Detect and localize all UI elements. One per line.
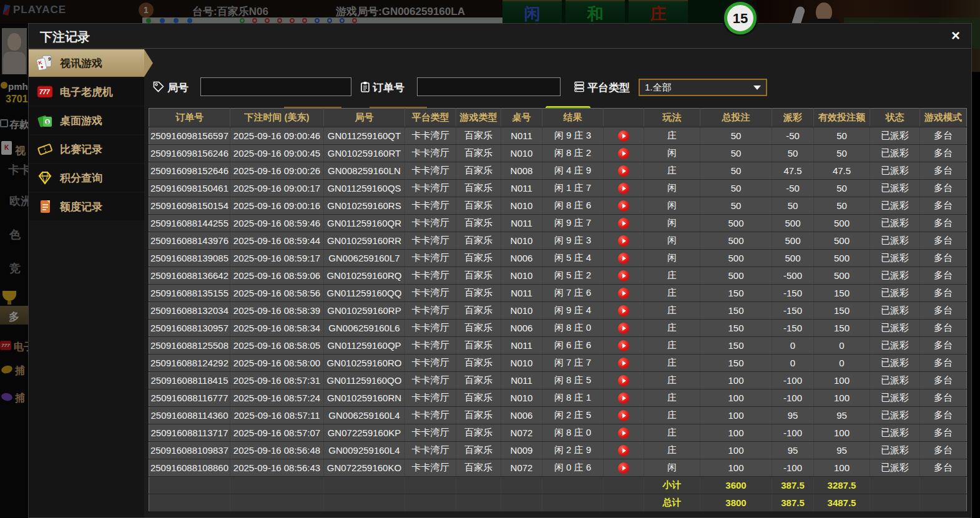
replay-icon[interactable] bbox=[618, 340, 629, 351]
table-cell: 闲 8 庄 6 bbox=[542, 197, 604, 215]
replay-icon[interactable] bbox=[618, 393, 629, 404]
playing-cards-icon: 9 K ♥ bbox=[36, 55, 54, 71]
column-header bbox=[604, 109, 644, 127]
table-cell: N008 bbox=[501, 162, 542, 180]
sidebar-item-quota-records[interactable]: 额度记录 bbox=[29, 193, 144, 220]
table-cell: GN011259160QQ bbox=[324, 285, 405, 302]
table-row: 2509160881351552025-09-16 08:58:56GN0112… bbox=[149, 285, 967, 302]
total-cell: 3600 bbox=[700, 477, 772, 494]
replay-icon[interactable] bbox=[618, 235, 629, 247]
column-header: 派彩 bbox=[772, 109, 814, 127]
replay-icon[interactable] bbox=[618, 183, 629, 194]
table-cell: GN011259160QR bbox=[324, 215, 405, 232]
order-number-input[interactable] bbox=[417, 77, 561, 96]
table-row: 2509160881439762025-09-16 08:59:44GN0102… bbox=[149, 232, 967, 250]
table-cell: 百家乐 bbox=[456, 354, 501, 372]
round-number-input[interactable] bbox=[200, 77, 351, 96]
sidebar-item-label: 视讯游戏 bbox=[60, 56, 102, 71]
table-row: 2509160881137172025-09-16 08:57:07GN0722… bbox=[149, 424, 967, 442]
replay-icon[interactable] bbox=[618, 462, 629, 474]
replay-icon[interactable] bbox=[618, 130, 629, 142]
table-cell: 庄 bbox=[644, 127, 700, 145]
table-cell: 250916088135155 bbox=[149, 285, 230, 302]
table-cell: 百家乐 bbox=[456, 197, 501, 215]
table-cell: 已派彩 bbox=[870, 372, 920, 389]
table-cell: 卡卡湾厅 bbox=[405, 267, 456, 285]
replay-icon[interactable] bbox=[618, 375, 629, 386]
table-cell: GN006259160L4 bbox=[324, 407, 405, 424]
table-cell: 150 bbox=[700, 354, 772, 372]
sidebar-item-match-records[interactable]: 比赛记录 bbox=[29, 135, 144, 163]
table-cell: 闲 9 庄 3 bbox=[542, 232, 604, 250]
replay-icon[interactable] bbox=[618, 410, 629, 421]
table-cell: 150 bbox=[814, 320, 870, 337]
replay-icon[interactable] bbox=[618, 323, 629, 334]
table-cell: 卡卡湾厅 bbox=[405, 285, 456, 302]
replay-icon[interactable] bbox=[618, 165, 629, 177]
replay-cell bbox=[604, 180, 644, 197]
table-cell: 已派彩 bbox=[870, 127, 920, 145]
table-cell: 100 bbox=[814, 459, 870, 477]
table-row: 2509160981562462025-09-16 09:00:45GN0102… bbox=[149, 145, 967, 162]
table-cell: 已派彩 bbox=[870, 407, 920, 424]
table-row: 2509160881320342025-09-16 08:58:39GN0102… bbox=[149, 302, 967, 320]
replay-icon[interactable] bbox=[618, 270, 629, 281]
sidebar-item-slots[interactable]: 777 电子老虎机 bbox=[29, 78, 144, 105]
total-cell: 3487.5 bbox=[814, 494, 870, 512]
replay-icon[interactable] bbox=[618, 305, 629, 316]
table-cell: 100 bbox=[700, 372, 772, 389]
replay-icon[interactable] bbox=[618, 288, 629, 299]
platform-type-select[interactable]: 1.全部 bbox=[639, 79, 767, 96]
table-cell: 百家乐 bbox=[456, 145, 501, 162]
table-cell: 卡卡湾厅 bbox=[405, 389, 456, 407]
table-cell: 150 bbox=[814, 302, 870, 320]
table-cell: 多台 bbox=[920, 145, 967, 162]
table-cell: GN072259160KO bbox=[324, 459, 405, 477]
replay-icon[interactable] bbox=[618, 428, 629, 439]
table-cell: 2025-09-16 09:00:45 bbox=[230, 145, 324, 162]
sidebar-item-table-games[interactable]: $ 桌面游戏 bbox=[29, 107, 144, 134]
table-cell: 闲 2 庄 5 bbox=[542, 407, 604, 424]
sidebar-item-points-query[interactable]: 积分查询 bbox=[29, 164, 144, 192]
table-cell: N010 bbox=[501, 267, 542, 285]
table-cell: 卡卡湾厅 bbox=[405, 197, 456, 215]
table-cell: 150 bbox=[700, 302, 772, 320]
table-cell: 多台 bbox=[920, 127, 967, 145]
table-cell: 卡卡湾厅 bbox=[405, 337, 456, 354]
replay-icon[interactable] bbox=[618, 218, 629, 229]
total-cell bbox=[230, 494, 324, 512]
table-cell: 已派彩 bbox=[870, 145, 920, 162]
table-cell: N010 bbox=[501, 232, 542, 250]
table-row: 2509160881242922025-09-16 08:58:00GN0102… bbox=[149, 354, 967, 372]
table-cell: -150 bbox=[772, 302, 814, 320]
table-row: 2509160881184152025-09-16 08:57:31GN0112… bbox=[149, 372, 967, 389]
close-icon[interactable]: × bbox=[951, 27, 960, 44]
sidebar-item-video-games[interactable]: 9 K ♥ 视讯游戏 bbox=[29, 49, 144, 77]
replay-icon[interactable] bbox=[618, 358, 629, 369]
total-cell bbox=[501, 477, 542, 494]
replay-icon[interactable] bbox=[618, 445, 629, 456]
table-cell: 卡卡湾厅 bbox=[405, 215, 456, 232]
replay-icon[interactable] bbox=[618, 200, 629, 212]
table-cell: 250916098156246 bbox=[149, 145, 230, 162]
table-cell: 100 bbox=[700, 424, 772, 442]
replay-cell bbox=[604, 424, 644, 442]
replay-cell bbox=[604, 145, 644, 162]
table-cell: 250916088136642 bbox=[149, 267, 230, 285]
table-cell: GN010259160RQ bbox=[324, 267, 405, 285]
replay-cell bbox=[604, 459, 644, 477]
table-row: 2509160881167772025-09-16 08:57:24GN0102… bbox=[149, 389, 967, 407]
table-cell: -50 bbox=[772, 180, 814, 197]
table-cell: 100 bbox=[814, 372, 870, 389]
table-cell: GN006259160L6 bbox=[324, 320, 405, 337]
table-cell: 多台 bbox=[920, 389, 967, 407]
table-cell: 闲 bbox=[644, 250, 700, 267]
replay-cell bbox=[604, 372, 644, 389]
table-cell: GN011259160QO bbox=[324, 372, 405, 389]
replay-icon[interactable] bbox=[618, 253, 629, 264]
svg-text:777: 777 bbox=[39, 89, 50, 95]
table-cell: 多台 bbox=[920, 442, 967, 459]
replay-icon[interactable] bbox=[618, 148, 629, 159]
table-cell: 闲 9 庄 7 bbox=[542, 215, 604, 232]
table-cell: 250916088116777 bbox=[149, 389, 230, 407]
